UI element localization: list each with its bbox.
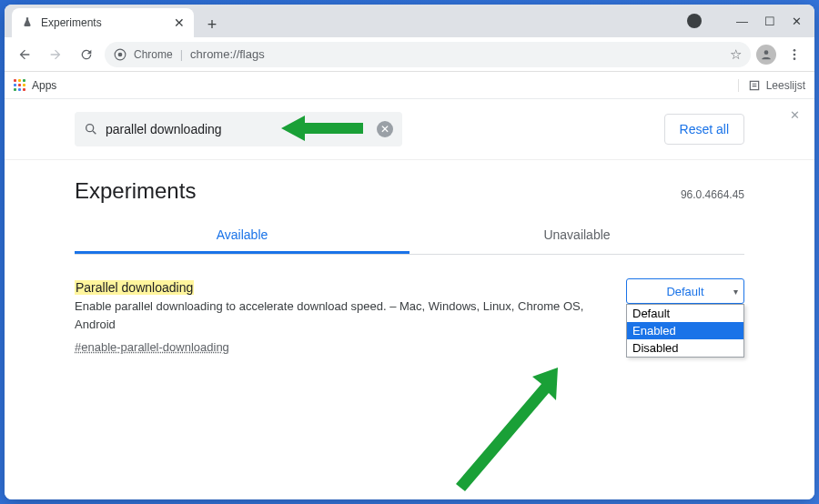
apps-label[interactable]: Apps bbox=[32, 79, 56, 92]
minimize-button[interactable]: — bbox=[736, 15, 748, 28]
person-icon bbox=[760, 48, 773, 61]
svg-point-1 bbox=[118, 52, 123, 56]
flag-anchor[interactable]: #enable-parallel-downloading bbox=[75, 338, 229, 357]
svg-marker-11 bbox=[281, 116, 363, 141]
browser-window: Experiments ✕ + — ☐ ✕ Chrome | chrome://… bbox=[5, 5, 814, 499]
forward-button[interactable] bbox=[43, 42, 68, 67]
svg-line-10 bbox=[93, 131, 96, 134]
tab-title: Experiments bbox=[41, 16, 167, 29]
heading-row: Experiments 96.0.4664.45 bbox=[75, 160, 744, 211]
flag-select[interactable]: Default ▾ bbox=[626, 278, 744, 304]
browser-tab[interactable]: Experiments ✕ bbox=[12, 8, 194, 37]
close-tab-icon[interactable]: ✕ bbox=[174, 15, 185, 30]
chrome-logo-icon bbox=[114, 48, 126, 61]
reading-list-button[interactable]: Leeslijst bbox=[738, 79, 805, 92]
page-content: ✕ ✕ Reset all Experiments 96.0.4664.45 bbox=[5, 99, 814, 499]
svg-point-5 bbox=[794, 57, 796, 60]
version-label: 96.0.4664.45 bbox=[681, 188, 744, 201]
option-enabled[interactable]: Enabled bbox=[627, 322, 743, 339]
reading-list-icon bbox=[748, 79, 761, 92]
search-row: ✕ Reset all bbox=[75, 99, 744, 159]
flag-title: Parallel downloading bbox=[75, 280, 194, 295]
tab-strip: Experiments ✕ + — ☐ ✕ bbox=[5, 5, 814, 37]
reading-list-label: Leeslijst bbox=[766, 79, 805, 92]
media-indicator-icon[interactable] bbox=[687, 14, 702, 28]
arrow-left-icon bbox=[17, 47, 32, 62]
separator: | bbox=[180, 47, 183, 61]
menu-button[interactable] bbox=[782, 42, 807, 67]
search-icon bbox=[84, 122, 98, 136]
url-text: chrome://flags bbox=[190, 47, 265, 61]
window-controls: — ☐ ✕ bbox=[687, 5, 809, 37]
profile-avatar[interactable] bbox=[756, 45, 776, 65]
tab-available[interactable]: Available bbox=[75, 218, 410, 254]
tab-list: Available Unavailable bbox=[75, 218, 744, 255]
bookmarks-bar: Apps Leeslijst bbox=[5, 72, 814, 99]
flag-select-wrap: Default ▾ Default Enabled Disabled bbox=[626, 278, 744, 304]
option-disabled[interactable]: Disabled bbox=[627, 339, 743, 357]
new-tab-button[interactable]: + bbox=[199, 12, 225, 37]
svg-point-3 bbox=[794, 49, 796, 52]
flag-select-value: Default bbox=[666, 285, 703, 298]
annotation-arrow-icon bbox=[440, 368, 567, 495]
svg-point-9 bbox=[86, 125, 94, 132]
arrow-right-icon bbox=[48, 47, 63, 62]
flag-description: Enable parallel downloading to accelerat… bbox=[75, 299, 583, 331]
annotation-arrow-icon bbox=[281, 112, 363, 145]
bookmark-star-icon[interactable]: ☆ bbox=[730, 46, 742, 63]
svg-point-2 bbox=[764, 50, 769, 55]
reset-all-button[interactable]: Reset all bbox=[664, 114, 744, 145]
apps-grid-icon[interactable] bbox=[14, 79, 26, 92]
flag-dropdown: Default Enabled Disabled bbox=[626, 304, 744, 358]
page-title: Experiments bbox=[75, 178, 196, 204]
close-window-button[interactable]: ✕ bbox=[792, 15, 802, 28]
svg-point-4 bbox=[794, 53, 796, 55]
secure-label: Chrome bbox=[134, 48, 173, 61]
toolbar: Chrome | chrome://flags ☆ bbox=[5, 37, 814, 72]
back-button[interactable] bbox=[12, 42, 37, 67]
address-bar[interactable]: Chrome | chrome://flags ☆ bbox=[105, 42, 751, 67]
reload-button[interactable] bbox=[74, 42, 99, 67]
kebab-menu-icon bbox=[787, 47, 802, 62]
flag-text: Parallel downloading Enable parallel dow… bbox=[75, 278, 608, 357]
svg-marker-12 bbox=[456, 368, 558, 491]
option-default[interactable]: Default bbox=[627, 305, 743, 322]
maximize-button[interactable]: ☐ bbox=[764, 15, 775, 28]
chevron-down-icon: ▾ bbox=[733, 287, 738, 297]
clear-search-icon[interactable]: ✕ bbox=[377, 121, 393, 137]
tab-unavailable[interactable]: Unavailable bbox=[410, 218, 744, 254]
flask-icon bbox=[21, 16, 34, 29]
reload-icon bbox=[79, 47, 94, 62]
flag-row: Parallel downloading Enable parallel dow… bbox=[75, 255, 744, 380]
